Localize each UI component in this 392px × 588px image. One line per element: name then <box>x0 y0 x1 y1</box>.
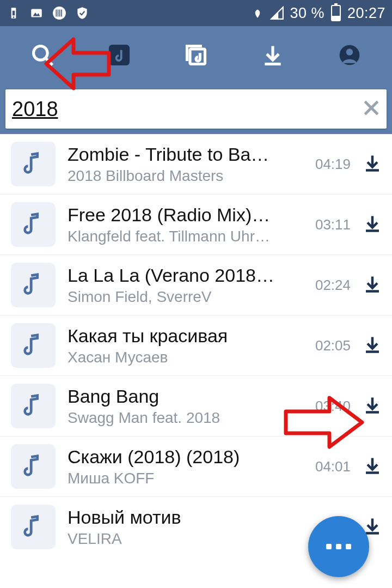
track-artist: Хасан Мусаев <box>68 349 296 366</box>
track-title: Bang Bang <box>68 386 296 407</box>
picture-icon <box>29 6 44 20</box>
download-track-button[interactable] <box>363 335 382 356</box>
download-icon <box>363 286 382 295</box>
search-input[interactable] <box>12 98 360 121</box>
shield-check-icon <box>75 6 89 20</box>
track-duration: 02:05 <box>310 337 351 354</box>
search-bar-area <box>0 86 392 134</box>
download-track-button[interactable] <box>363 214 382 235</box>
music-note-icon <box>21 453 46 480</box>
track-row[interactable]: Какая ты красивая Хасан Мусаев 02:05 <box>0 316 392 376</box>
download-icon <box>363 226 382 235</box>
signal-icon <box>270 6 284 20</box>
library-icon <box>184 43 208 69</box>
battery-low-icon <box>7 6 21 20</box>
ellipsis-icon <box>326 544 351 549</box>
app-tab-bar <box>0 26 392 86</box>
svg-point-12 <box>34 46 48 60</box>
clear-search-button[interactable] <box>360 97 382 121</box>
download-icon <box>363 165 382 174</box>
track-row[interactable]: Zombie - Tribute to Ba… 2018 Billboard M… <box>0 134 392 195</box>
track-artist: Миша KOFF <box>68 470 296 487</box>
android-status-bar: 30 % 20:27 <box>0 0 392 26</box>
track-row[interactable]: Скажи (2018) (2018) Миша KOFF 04:01 <box>0 437 392 497</box>
track-title: Новый мотив <box>68 507 296 528</box>
track-artist: Simon Field, SverreV <box>68 288 296 306</box>
music-note-icon <box>21 513 46 541</box>
svg-point-17 <box>346 49 352 55</box>
download-track-button[interactable] <box>363 153 382 175</box>
track-title: Zombie - Tribute to Ba… <box>68 144 296 165</box>
svg-rect-9 <box>61 10 62 17</box>
track-artist: Swagg Man feat. 2018 <box>68 409 296 427</box>
track-art <box>11 202 56 247</box>
barcode-circle-icon <box>52 6 66 20</box>
svg-point-2 <box>13 16 15 18</box>
track-list: Zombie - Tribute to Ba… 2018 Billboard M… <box>0 134 392 557</box>
track-duration: 03:11 <box>310 216 351 233</box>
svg-rect-8 <box>59 10 60 17</box>
svg-rect-6 <box>56 10 57 17</box>
music-note-icon <box>21 392 46 420</box>
download-track-button[interactable] <box>363 395 382 417</box>
track-title: Какая ты красивая <box>68 325 296 347</box>
track-duration: 04:19 <box>310 156 351 173</box>
battery-percent-text: 30 % <box>290 5 324 22</box>
track-art <box>11 444 56 489</box>
clock-text: 20:27 <box>347 5 385 22</box>
battery-icon <box>331 5 341 21</box>
track-art <box>11 263 56 307</box>
download-icon <box>363 468 382 477</box>
track-duration: 04:01 <box>310 458 351 475</box>
music-note-icon <box>21 332 46 359</box>
download-icon <box>363 407 382 416</box>
track-row[interactable]: Free 2018 (Radio Mix)… Klangfeld feat. T… <box>0 195 392 255</box>
search-icon <box>30 43 54 69</box>
track-duration: 02:24 <box>310 277 351 294</box>
tab-downloads[interactable] <box>254 37 292 75</box>
tab-profile[interactable] <box>330 37 369 75</box>
track-duration: 03:40 <box>310 398 351 415</box>
music-note-icon <box>21 150 46 178</box>
download-track-button[interactable] <box>363 274 382 296</box>
track-title: Free 2018 (Radio Mix)… <box>68 204 296 226</box>
svg-rect-7 <box>58 10 59 17</box>
tab-my-music[interactable] <box>100 37 138 75</box>
track-title: Скажи (2018) (2018) <box>68 446 296 468</box>
music-note-icon <box>21 211 46 238</box>
track-row[interactable]: Bang Bang Swagg Man feat. 2018 03:40 <box>0 376 392 437</box>
track-art <box>11 505 56 549</box>
track-title: La La La (Verano 2018… <box>68 265 296 286</box>
svg-line-13 <box>46 58 53 65</box>
tab-search[interactable] <box>23 37 62 75</box>
search-box[interactable] <box>5 89 387 129</box>
wifi-icon <box>250 6 265 20</box>
person-icon <box>338 43 362 69</box>
music-note-icon <box>21 271 46 299</box>
download-track-button[interactable] <box>363 456 382 477</box>
track-artist: 2018 Billboard Masters <box>68 167 296 185</box>
track-artist: Klangfeld feat. Tillmann Uhr… <box>68 228 296 245</box>
track-row[interactable]: La La La (Verano 2018… Simon Field, Sver… <box>0 255 392 316</box>
download-icon <box>363 347 382 356</box>
svg-rect-1 <box>13 11 15 16</box>
close-icon <box>360 111 382 120</box>
fab-more-button[interactable] <box>308 516 369 577</box>
track-artist: VELIRA <box>68 530 296 548</box>
track-art <box>11 142 56 186</box>
music-note-box-icon <box>107 43 131 69</box>
download-icon <box>261 43 285 69</box>
track-art <box>11 384 56 428</box>
track-art <box>11 323 56 368</box>
tab-playlists[interactable] <box>177 37 215 75</box>
